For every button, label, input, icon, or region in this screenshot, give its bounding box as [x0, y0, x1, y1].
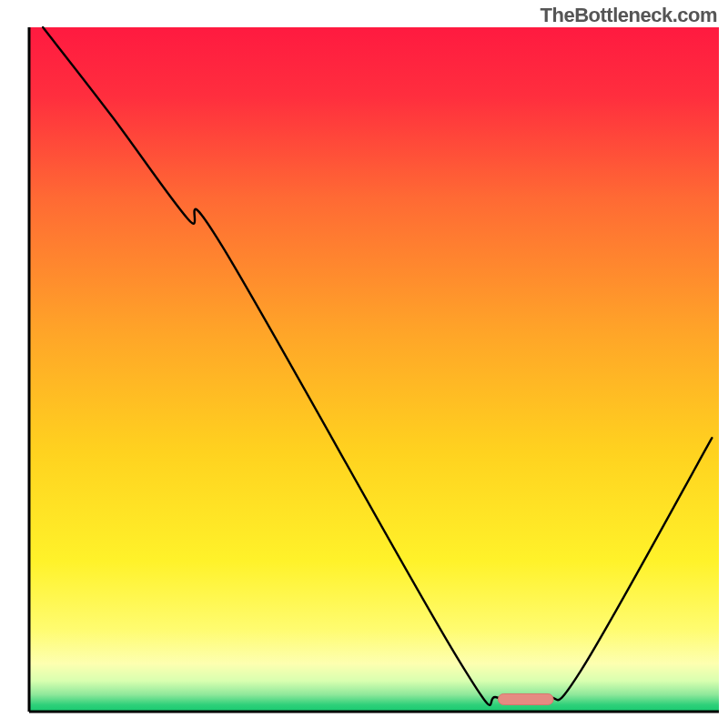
watermark-text: TheBottleneck.com	[541, 4, 717, 27]
optimum-marker	[498, 693, 553, 704]
plot-area	[29, 27, 719, 712]
bottleneck-chart	[0, 0, 728, 728]
gradient-background	[29, 27, 719, 712]
